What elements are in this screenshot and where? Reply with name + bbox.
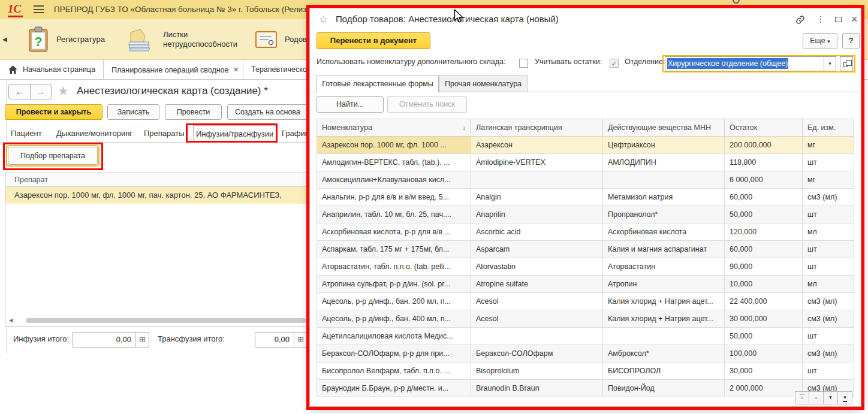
drug-table-header[interactable]: Препарат (5, 173, 308, 187)
use-additional-warehouse-label: Использовать номенклатуру дополнительног… (317, 58, 506, 66)
tab-operations-planning[interactable]: Планирование операций сводное× (111, 60, 239, 80)
col-header-unit[interactable]: Ед. изм. (803, 119, 854, 137)
tab-other-nomenclature[interactable]: Прочая номенклатура (439, 75, 528, 92)
goods-table-row[interactable]: Аторвастатин, табл. п.п.о. (tab. pelli..… (317, 258, 854, 276)
cancel-search-button: Отменить поиск (387, 96, 467, 113)
collapse-panel-icon[interactable]: ◀ (2, 36, 7, 43)
transfusion-total-label: Трансфузия итого: (158, 334, 225, 343)
goods-table-row[interactable]: Аскорбиновая кислота, р-р для в/в ... As… (317, 223, 854, 241)
toolbar-label: Листки нетрудоспособности (163, 30, 253, 50)
1c-logo-icon: 1С (8, 2, 23, 17)
calculator-icon[interactable]: ⊞ (135, 333, 149, 347)
goods-table-row[interactable]: Ацесоль, р-р д/инф., бан. 400 мл, п... A… (317, 310, 854, 328)
post-button[interactable]: Провести (165, 104, 222, 120)
tab-ready-drug-forms[interactable]: Готовые лекарственные формы (317, 75, 439, 93)
tab-drugs[interactable]: Препараты (141, 125, 187, 143)
document-title: Анестезиологическая карта (создание) * (77, 85, 268, 97)
consider-remainders-checkbox: ✓ (610, 59, 619, 68)
more-menu-icon[interactable]: ⋮ (816, 14, 825, 24)
toolbar-item-registratura[interactable]: ? Регистратура (28, 19, 105, 60)
drug-table-row[interactable]: Азарексон пор. 1000 мг, фл. 1000 мг, пач… (5, 187, 308, 204)
home-icon[interactable] (8, 65, 18, 75)
close-icon[interactable]: × (851, 14, 858, 24)
scroll-left-icon[interactable]: ◀ (9, 318, 13, 323)
app-title: ПРЕПРОД ГУБЗ ТО «Областная больница № 3»… (54, 5, 320, 14)
col-header-latin[interactable]: Латинская транскрипция (471, 119, 603, 137)
goods-table-row[interactable]: Амоксициллин+Клавулановая кисл... 6 000,… (317, 171, 854, 189)
goods-table-row[interactable]: Амлодипин-ВЕРТЕКС, табл. (tab.), ... Aml… (317, 154, 854, 171)
modal-tabs: Готовые лекарственные формы Прочая номен… (310, 75, 862, 92)
goods-table-row[interactable]: Бераксол-СОЛОфарм, р-р для при... Беракс… (317, 345, 854, 362)
goods-table-row[interactable]: Ацетилсалициловая кислота Медис... 50,00… (317, 328, 854, 345)
more-button[interactable]: Еще ▾ (803, 33, 837, 49)
goods-table-row[interactable]: Ацесоль, р-р д/инф., бан. 200 мл, п... A… (317, 293, 854, 310)
history-nav-buttons: ← → (8, 84, 52, 99)
screen: 1С ПРЕПРОД ГУБЗ ТО «Областная больница №… (0, 0, 868, 414)
favorite-star-icon[interactable]: ★ (58, 84, 69, 98)
search-icon[interactable] (733, 0, 740, 4)
infusion-total-field[interactable]: 0,00 ⊞ (73, 332, 149, 347)
tab-breathing-monitoring[interactable]: Дыхание/мониторинг (54, 125, 135, 143)
calculator-icon[interactable]: ⊞ (294, 333, 307, 347)
goods-table-row[interactable]: Анаприлин, табл. 10 мг, бл. 25, пач.... … (317, 206, 854, 223)
consider-remainders-label: Учитывать остатки: (535, 58, 602, 66)
post-and-close-button[interactable]: Провести и закрыть (5, 104, 103, 120)
infusion-total-value[interactable]: 0,00 (73, 333, 135, 347)
save-button[interactable]: Записать (107, 104, 159, 120)
open-department-icon[interactable] (840, 56, 853, 71)
scroll-to-top-button: ▲ (795, 391, 809, 404)
goods-table-row[interactable]: Анальгин, р-р для в/в и в/м введ. 5... A… (317, 189, 854, 206)
pick-drug-button[interactable]: Подбор препарата (8, 147, 98, 165)
col-header-nomenclature[interactable]: Номенклатура↓ (317, 119, 471, 137)
col-header-remainder[interactable]: Остаток (725, 119, 803, 137)
tab-therapeutic[interactable]: Терапевтическо (251, 60, 307, 80)
back-button[interactable]: ← (9, 84, 30, 99)
goods-table-header-row: Номенклатура↓ Латинская транскрипция Дей… (317, 119, 854, 137)
close-tab-icon[interactable]: × (228, 65, 238, 74)
horizontal-scrollbar[interactable]: ◀ (8, 317, 306, 325)
maximize-icon[interactable] (835, 17, 842, 22)
toolbar-label: Родовы (285, 35, 312, 44)
scrollbar-thumb[interactable] (26, 318, 306, 323)
scroll-to-bottom-button[interactable]: ▼ (838, 391, 852, 404)
tab-patient[interactable]: Пациент (8, 125, 44, 143)
goods-table: Номенклатура↓ Латинская транскрипция Дей… (317, 119, 854, 397)
favorite-star-icon[interactable]: ☆ (319, 13, 328, 26)
department-label: Отделение: (625, 58, 665, 66)
transfer-to-document-button[interactable]: Перенести в документ (317, 32, 430, 49)
goods-table-row[interactable]: Азарексон пор. 1000 мг, фл. 1000 ... Аза… (317, 137, 854, 154)
drug-table: Препарат Азарексон пор. 1000 мг, фл. 100… (5, 173, 309, 327)
tab-separator (103, 60, 104, 80)
col-header-mnn[interactable]: Действующие вещества МНН (603, 119, 725, 137)
hamburger-menu-icon[interactable] (34, 5, 44, 13)
goods-table-row[interactable]: Атропина сульфат, р-р д/ин. (sol. pr... … (317, 276, 854, 293)
document-tabs: Пациент Дыхание/мониторинг Препараты Инф… (0, 125, 312, 143)
create-based-on-button[interactable]: Создать на основа (227, 104, 309, 120)
help-button[interactable]: ? (842, 33, 860, 49)
goods-table-row[interactable]: Браунодин Б.Браун, р-р д/местн. и... Bra… (317, 380, 854, 397)
infusion-total-label: Инфузия итого: (13, 334, 69, 343)
forward-button[interactable]: → (30, 84, 51, 99)
table-nav-buttons: ▲ ▲ ▼ ▼ (795, 391, 852, 404)
department-combobox[interactable]: Хирургическое отделение (общее) ▾ (665, 56, 836, 71)
goods-table-row[interactable]: Аспаркам, табл. 175 мг + 175мг, бл... As… (317, 241, 854, 258)
toolbar-item-rodovye[interactable]: Родовы (255, 19, 312, 60)
chevron-down-icon: ▾ (827, 38, 830, 44)
goods-selection-dialog: ☆ Подбор товаров: Анестезиологическая ка… (309, 8, 861, 407)
toolbar-label: Регистратура (56, 35, 105, 44)
find-button[interactable]: Найти... (317, 96, 384, 113)
scroll-down-button[interactable]: ▼ (824, 391, 838, 404)
tab-infusions-transfusions[interactable]: Инфузии/траснфузии (193, 125, 276, 143)
scroll-up-button: ▲ (809, 391, 824, 404)
use-additional-warehouse-checkbox[interactable] (519, 59, 528, 68)
goods-table-row[interactable]: Бисопролол Велфарм, табл. п.п.о. ... Bis… (317, 362, 854, 380)
documents-stack-icon (127, 28, 156, 52)
tab-home-page[interactable]: Начальная страница (23, 60, 95, 80)
toolbar-item-listki[interactable]: Листки нетрудоспособности (127, 19, 253, 60)
goods-table-body: Азарексон пор. 1000 мг, фл. 1000 ... Аза… (317, 137, 854, 397)
transfusion-total-value[interactable]: 0,00 (255, 333, 294, 347)
link-icon[interactable] (795, 15, 805, 25)
chevron-down-icon[interactable]: ▾ (824, 57, 836, 71)
transfusion-total-field[interactable]: 0,00 ⊞ (255, 332, 308, 347)
department-value[interactable]: Хирургическое отделение (общее) (667, 58, 788, 69)
